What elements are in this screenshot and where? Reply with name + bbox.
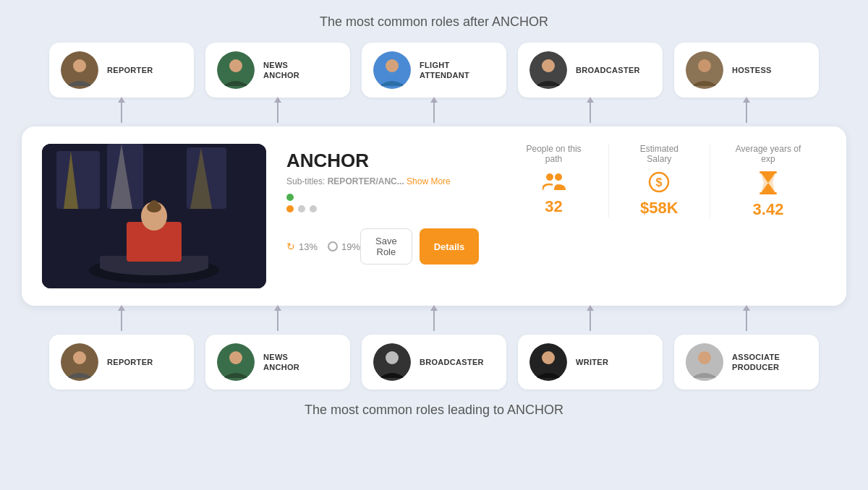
stat-value-0: 32: [519, 197, 587, 216]
avatar-reporter: [61, 51, 98, 89]
stat-icon-people: [519, 171, 587, 192]
top-connectors: [22, 98, 846, 126]
arrow-up-icon: [277, 309, 278, 331]
stat-block-0: People on this path32: [499, 144, 608, 216]
connector-arrow: [362, 309, 506, 331]
stat-block-2: Average years of exp3.42: [710, 144, 826, 219]
connector-arrow: [205, 101, 350, 123]
role-card-broadcaster[interactable]: BROADCASTER: [518, 43, 663, 98]
role-card-flight-attendant[interactable]: FLIGHT ATTENDANT: [362, 43, 506, 98]
show-more-link[interactable]: Show More: [407, 176, 451, 186]
stat-icon-dollar: $: [629, 171, 689, 193]
svg-text:$: $: [656, 176, 663, 189]
role-card-writer[interactable]: WRITER: [518, 335, 663, 390]
svg-rect-33: [760, 192, 777, 194]
connector-arrow: [205, 309, 350, 331]
connector-arrow: [49, 101, 194, 123]
role-name-reporter: REPORTER: [107, 65, 153, 75]
main-card-image: [42, 144, 266, 288]
role-card-news-anchor[interactable]: NEWS ANCHOR: [205, 43, 350, 98]
arrow-up-icon: [746, 101, 747, 123]
svg-point-37: [229, 351, 242, 364]
avatar-assoc-producer: [686, 343, 723, 381]
pct-circle: 19%: [328, 241, 360, 252]
card-bottom-area: ↻ 13% 19% Save Role Details: [286, 228, 479, 265]
arrow-up-icon: [590, 309, 591, 331]
pct2-value: 19%: [341, 241, 360, 252]
card-title: ANCHOR: [286, 150, 479, 172]
indicator-dot-1[interactable]: [298, 205, 305, 212]
role-name-flight-attendant: FLIGHT ATTENDANT: [420, 60, 469, 81]
avatar-news-anchor2: [217, 343, 255, 381]
details-button[interactable]: Details: [420, 228, 480, 265]
pct-refresh: ↻ 13%: [286, 241, 318, 252]
stat-label-1: Estimated Salary: [629, 144, 689, 164]
arrow-up-icon: [121, 101, 122, 123]
bottom-connectors: [22, 306, 846, 335]
svg-point-35: [73, 351, 86, 364]
refresh-icon: ↻: [286, 241, 295, 252]
svg-rect-12: [56, 151, 100, 209]
page-indicators: [286, 205, 479, 212]
role-card-news-anchor2[interactable]: NEWS ANCHOR: [205, 335, 350, 390]
connector-arrow: [362, 101, 506, 123]
avatar-writer: [529, 343, 567, 381]
stat-label-0: People on this path: [519, 144, 587, 164]
percentages: ↻ 13% 19%: [286, 241, 360, 252]
stats-row: People on this path32Estimated Salary$$5…: [499, 144, 826, 219]
connector-arrow: [518, 101, 663, 123]
save-role-button[interactable]: Save Role: [360, 228, 412, 265]
pct1-value: 13%: [299, 241, 318, 252]
avatar-flight-attendant: [373, 51, 411, 89]
avatar-hostess: [686, 51, 723, 89]
bottom-roles-row: REPORTERNEWS ANCHORBROADCASTERWRITERASSO…: [22, 335, 846, 390]
arrow-up-icon: [277, 101, 278, 123]
role-name-news-anchor: NEWS ANCHOR: [263, 60, 299, 81]
svg-point-5: [386, 59, 399, 72]
subtitle-value: REPORTER/ANC...: [328, 176, 404, 186]
svg-point-9: [698, 59, 711, 72]
connector-arrow: [674, 309, 819, 331]
role-card-reporter2[interactable]: REPORTER: [49, 335, 194, 390]
header-title: The most common roles after ANCHOR: [320, 14, 548, 30]
role-name-broadcaster: BROADCASTER: [576, 65, 640, 75]
connector-arrow: [49, 309, 194, 331]
svg-rect-32: [760, 171, 777, 173]
stat-value-2: 3.42: [731, 200, 806, 219]
svg-point-41: [542, 351, 555, 364]
role-name-news-anchor2: NEWS ANCHOR: [263, 352, 299, 373]
role-card-assoc-producer[interactable]: ASSOCIATE PRODUCER: [674, 335, 819, 390]
main-card: ANCHOR Sub-titles: REPORTER/ANC... Show …: [22, 126, 846, 306]
action-buttons: Save Role Details: [360, 228, 479, 265]
connector-arrow: [518, 309, 663, 331]
svg-point-7: [542, 59, 555, 72]
indicator-dot-0[interactable]: [286, 205, 294, 212]
role-card-reporter[interactable]: REPORTER: [49, 43, 194, 98]
avatar-news-anchor: [217, 51, 255, 89]
stat-value-1: $58K: [629, 199, 689, 218]
stat-label-2: Average years of exp: [731, 144, 806, 164]
top-roles-row: REPORTERNEWS ANCHORFLIGHT ATTENDANTBROAD…: [22, 43, 846, 98]
role-name-reporter2: REPORTER: [107, 357, 153, 367]
avatar-broadcaster2: [373, 343, 411, 381]
svg-point-24: [150, 200, 158, 209]
connector-arrow: [674, 101, 819, 123]
avatar-broadcaster: [529, 51, 567, 89]
stat-block-1: Estimated Salary$$58K: [608, 144, 710, 218]
footer-title: The most common roles leading to ANCHOR: [305, 403, 563, 418]
svg-point-25: [546, 173, 553, 181]
svg-point-3: [229, 59, 242, 72]
svg-point-26: [555, 173, 562, 181]
arrow-up-icon: [590, 101, 591, 123]
avatar-reporter2: [61, 343, 98, 381]
role-card-broadcaster2[interactable]: BROADCASTER: [362, 335, 506, 390]
role-card-hostess[interactable]: HOSTESS: [674, 43, 819, 98]
stat-icon-hourglass: [731, 171, 806, 194]
arrow-up-icon: [433, 309, 435, 331]
arrow-up-icon: [433, 101, 435, 123]
indicator-dot-2[interactable]: [310, 205, 317, 212]
main-card-content: ANCHOR Sub-titles: REPORTER/ANC... Show …: [286, 144, 479, 265]
role-name-writer: WRITER: [576, 357, 608, 367]
arrow-up-icon: [746, 309, 747, 331]
subtitle-label: Sub-titles:: [286, 176, 325, 186]
